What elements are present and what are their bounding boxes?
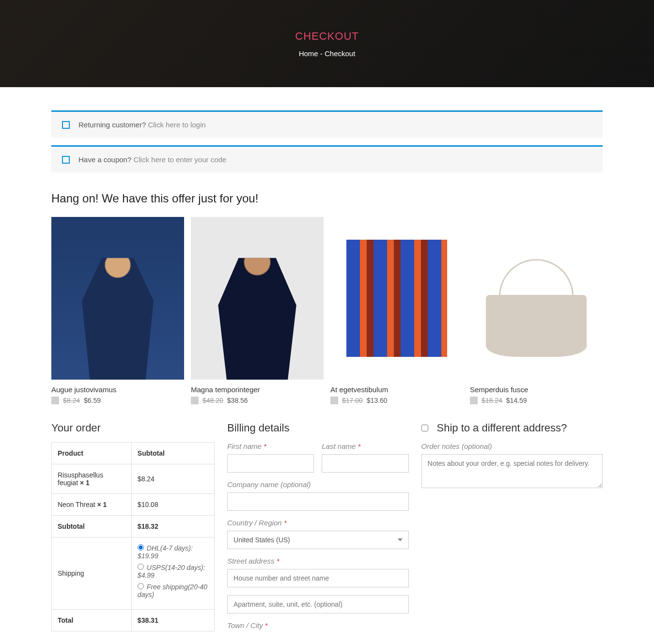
color-swatch[interactable] — [330, 397, 338, 404]
page-title: CHECKOUT — [295, 30, 358, 43]
product-card[interactable]: Magna temporinteger $48.20 $38.56 — [191, 217, 324, 404]
country-label: Country / Region * — [227, 519, 408, 527]
subtotal-value: $18.32 — [138, 522, 158, 530]
product-title[interactable]: Magna temporinteger — [191, 385, 324, 394]
order-th-subtotal: Subtotal — [131, 443, 214, 464]
order-th-product: Product — [52, 443, 132, 464]
product-new-price: $6.59 — [84, 397, 101, 404]
country-select[interactable]: United States (US) — [227, 531, 408, 549]
order-section: Your order Product Subtotal Risusphasell… — [51, 422, 215, 631]
breadcrumb: Home - Checkout — [299, 49, 356, 58]
product-old-price: $18.24 — [482, 397, 502, 404]
order-table: Product Subtotal Risusphasellus feugiat … — [51, 442, 215, 631]
coupon-text: Have a coupon? — [78, 155, 133, 164]
coupon-notice: Have a coupon? Click here to enter your … — [51, 145, 603, 172]
company-input[interactable] — [227, 492, 408, 511]
returning-customer-text: Returning customer? — [78, 121, 148, 129]
product-card[interactable]: Augue justovivamus $8.24 $6.59 — [51, 217, 184, 404]
table-row: Neon Threat × 1 $10.08 — [52, 494, 215, 516]
last-name-input[interactable] — [322, 454, 408, 473]
first-name-label: First name * — [227, 442, 314, 450]
color-swatch[interactable] — [191, 397, 199, 404]
coupon-link[interactable]: Click here to enter your code — [133, 155, 226, 164]
subtotal-row: Subtotal $18.32 — [52, 516, 215, 537]
shipping-radio[interactable] — [138, 564, 144, 570]
product-image[interactable] — [330, 217, 463, 380]
order-notes-label: Order notes (optional) — [421, 442, 603, 450]
color-swatch[interactable] — [470, 397, 478, 404]
order-heading: Your order — [51, 422, 215, 434]
street2-input[interactable] — [227, 595, 408, 613]
order-item-qty: × 1 — [97, 501, 107, 508]
order-item-subtotal: $8.24 — [131, 464, 214, 494]
product-title[interactable]: At egetvestibulum — [330, 385, 463, 394]
product-new-price: $38.56 — [227, 397, 248, 404]
last-name-label: Last name * — [322, 442, 408, 450]
subtotal-label: Subtotal — [52, 516, 132, 537]
product-image[interactable] — [470, 217, 603, 380]
ship-diff-heading: Ship to a different address? — [437, 422, 567, 434]
ship-diff-section: Ship to a different address? Order notes… — [421, 422, 603, 498]
product-title[interactable]: Semperduis fusce — [470, 385, 603, 394]
product-old-price: $48.20 — [202, 397, 223, 404]
shipping-option-dhl[interactable]: DHL(4-7 days): $19.99 — [138, 544, 208, 560]
product-old-price: $17.00 — [342, 397, 363, 404]
returning-customer-notice: Returning customer? Click here to login — [51, 110, 603, 138]
company-label: Company name (optional) — [227, 480, 408, 489]
shipping-option-free[interactable]: Free shipping(20-40 days) — [138, 583, 208, 598]
billing-heading: Billing details — [227, 422, 408, 434]
order-item-name: Neon Threat — [58, 501, 97, 508]
town-label: Town / City * — [227, 621, 408, 629]
breadcrumb-home[interactable]: Home — [299, 49, 318, 58]
table-row: Risusphasellus feugiat × 1 $8.24 — [52, 464, 215, 494]
shipping-label: Shipping — [52, 537, 132, 610]
product-image[interactable] — [191, 217, 324, 380]
order-item-qty: × 1 — [80, 479, 90, 487]
hero-banner: CHECKOUT Home - Checkout — [0, 0, 654, 87]
street1-input[interactable] — [227, 569, 408, 587]
color-swatch[interactable] — [51, 397, 59, 404]
breadcrumb-current: Checkout — [325, 49, 355, 58]
product-title[interactable]: Augue justovivamus — [51, 385, 184, 394]
total-label: Total — [52, 610, 132, 631]
offer-heading: Hang on! We have this offer just for you… — [51, 192, 603, 205]
shipping-row: Shipping DHL(4-7 days): $19.99 USPS(14-2… — [52, 537, 215, 610]
login-link[interactable]: Click here to login — [148, 121, 205, 129]
ship-diff-checkbox[interactable] — [421, 425, 428, 431]
product-card[interactable]: Semperduis fusce $18.24 $14.59 — [470, 217, 603, 404]
product-old-price: $8.24 — [63, 397, 80, 404]
breadcrumb-sep: - — [318, 49, 325, 58]
product-new-price: $13.60 — [367, 397, 388, 404]
total-value: $38.31 — [131, 610, 214, 631]
product-card[interactable]: At egetvestibulum $17.00 $13.60 — [330, 217, 463, 404]
shipping-option-usps[interactable]: USPS(14-20 days): $4.99 — [138, 564, 208, 579]
first-name-input[interactable] — [227, 454, 314, 473]
total-row: Total $38.31 — [52, 610, 215, 631]
product-new-price: $14.59 — [506, 397, 527, 404]
shipping-radio[interactable] — [138, 544, 144, 551]
product-image[interactable] — [51, 217, 184, 380]
order-item-subtotal: $10.08 — [131, 494, 214, 516]
shipping-radio[interactable] — [138, 583, 144, 589]
order-notes-textarea[interactable] — [421, 454, 603, 488]
billing-section: Billing details First name * Last name *… — [227, 422, 408, 633]
product-grid: Augue justovivamus $8.24 $6.59 Magna tem… — [51, 217, 603, 404]
window-icon — [62, 156, 70, 164]
window-icon — [62, 121, 70, 129]
street-label: Street address * — [227, 557, 408, 565]
